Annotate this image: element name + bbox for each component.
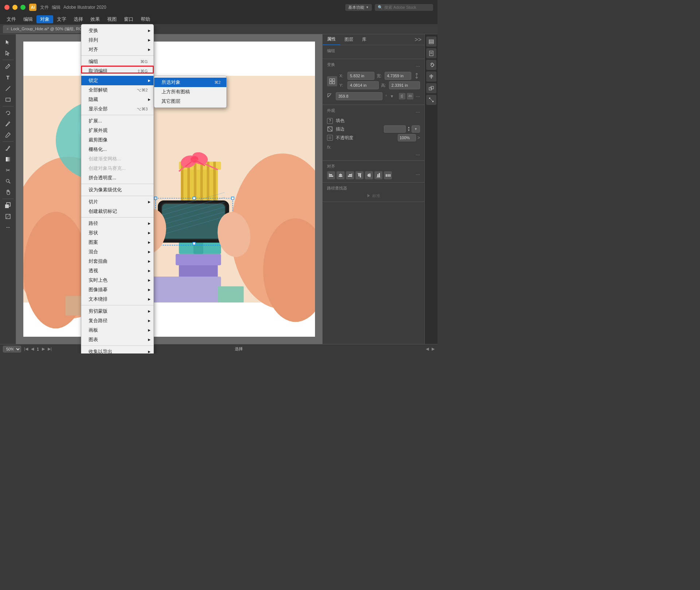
minimize-button[interactable] [12,5,18,10]
fr-transform-icon[interactable] [426,83,436,93]
fr-align-icon[interactable] [426,71,436,82]
gradient-tool[interactable] [2,154,14,164]
link-proportions-icon[interactable] [413,73,420,79]
type-tool[interactable]: T [2,73,14,83]
x-input[interactable]: 5.832 in [347,72,374,80]
stroke-stepper[interactable]: ▲ ▼ [407,125,410,133]
scissors-tool[interactable]: ✂ [2,165,14,175]
opacity-input[interactable]: 100% [398,134,416,141]
group-section-title: 编组 [327,48,420,54]
properties-tab[interactable]: 属性 [323,34,340,45]
direct-selection-tool[interactable] [2,48,14,58]
flip-h-icon[interactable] [399,93,405,99]
menu-type[interactable]: 文字 [53,15,70,23]
svg-rect-79 [360,174,361,177]
align-right[interactable] [346,171,354,179]
align-bottom[interactable] [374,171,382,179]
libraries-tab[interactable]: 库 [358,34,371,45]
stroke-dropdown[interactable]: ▼ [412,125,420,133]
align-top[interactable] [355,171,363,179]
svg-point-15 [78,105,124,150]
nav-prev-prev[interactable]: |◀ [24,347,28,351]
svg-rect-76 [348,176,351,177]
stroke-value-input[interactable] [384,125,406,133]
menu-effect[interactable]: 效果 [87,15,104,23]
svg-rect-81 [368,174,369,177]
transform-options-more[interactable]: ··· [416,93,420,99]
svg-rect-49 [232,197,234,199]
menu-object[interactable]: 对象 [36,15,53,23]
rotate-tool[interactable] [2,108,14,118]
menu-window[interactable]: 窗口 [120,15,137,23]
hand-tool[interactable] [2,187,14,197]
y-input[interactable]: 4.0814 in [347,81,379,89]
brush-tool[interactable] [2,119,14,129]
workspace-selector[interactable]: 基本功能 ▼ [345,4,372,11]
eyedropper-tool[interactable] [2,143,14,153]
svg-rect-70 [330,176,333,177]
window-title-center: Adobe Illustrator 2020 [63,5,106,10]
document-tab[interactable]: × Lock_Group_Hide.ai* @ 50% (编组, RGB/GPU… [3,25,109,33]
fill-stroke-display[interactable] [2,200,14,211]
svg-rect-59 [218,286,244,302]
nav-prev[interactable]: ◀ [31,347,34,351]
nav-next[interactable]: ▶ [42,347,45,351]
maximize-button[interactable] [20,5,26,10]
annotation-bar: 50% |◀ ◀ 1 ▶ ▶| 选择 ◀ ▶ 要锁定手机，选择「对象」-「锁定」… [0,344,438,353]
far-right-panel [424,34,438,344]
timeline-next[interactable]: ▶ [432,347,435,351]
window-menu-file[interactable]: 文件 [40,4,49,11]
fr-layers-icon[interactable] [426,36,436,47]
svg-rect-89 [429,40,433,41]
align-center-h[interactable] [337,171,345,179]
svg-rect-39 [162,204,225,239]
angle-input[interactable]: 359.8 [336,92,382,100]
align-distribute-h[interactable] [384,171,392,179]
transform-more[interactable]: ··· [416,63,420,69]
fr-doc-icon[interactable] [426,48,436,58]
svg-point-4 [6,179,9,182]
svg-line-1 [6,86,10,91]
menu-select[interactable]: 选择 [70,15,87,23]
drawing-mode[interactable] [2,211,14,222]
menu-edit[interactable]: 编辑 [20,15,36,23]
illustration [23,42,315,337]
fr-expand-icon[interactable] [426,95,436,105]
menu-help[interactable]: 帮助 [137,15,154,23]
align-left[interactable] [327,171,335,179]
flip-v-icon[interactable] [407,93,413,99]
height-input[interactable]: 2.3391 in [389,81,420,89]
pen-tool[interactable] [2,62,14,72]
svg-rect-82 [369,173,370,177]
zoom-tool[interactable] [2,176,14,186]
line-tool[interactable] [2,83,14,94]
layers-tab[interactable]: 图层 [340,34,358,45]
menu-view[interactable]: 视图 [104,15,120,23]
opacity-checkbox[interactable] [327,135,333,141]
menu-file[interactable]: 文件 [3,15,20,23]
appearance-options-more[interactable]: ··· [327,152,420,157]
rect-tool[interactable] [2,94,14,105]
align-center-v[interactable] [365,171,373,179]
y-label: Y: [339,83,345,87]
svg-rect-69 [330,174,332,175]
appearance-more[interactable]: ··· [416,109,420,115]
pencil-tool[interactable] [2,130,14,140]
fr-link-icon[interactable] [426,60,436,70]
nav-next-next[interactable]: ▶| [48,347,52,351]
zoom-select[interactable]: 50% [3,346,21,352]
search-stock[interactable]: 🔍 搜索 Adobe Stock [375,4,433,11]
more-tools[interactable]: ··· [2,222,14,233]
panel-expand[interactable]: >> [415,36,424,43]
width-input[interactable]: 4.7359 in [385,72,412,80]
opacity-expand[interactable]: > [417,135,420,140]
timeline-prev[interactable]: ◀ [426,347,429,351]
svg-rect-72 [339,174,342,175]
appearance-title: 外观 [327,108,335,113]
stroke-label: 描边 [336,126,345,132]
window-menu-edit[interactable]: 编辑 [52,4,61,11]
selection-tool[interactable] [2,37,14,47]
close-button[interactable] [4,5,9,10]
appearance-section: 外观 ··· ? 填色 描边 ▲ ▼ [323,105,424,161]
align-more[interactable]: ··· [416,171,420,179]
